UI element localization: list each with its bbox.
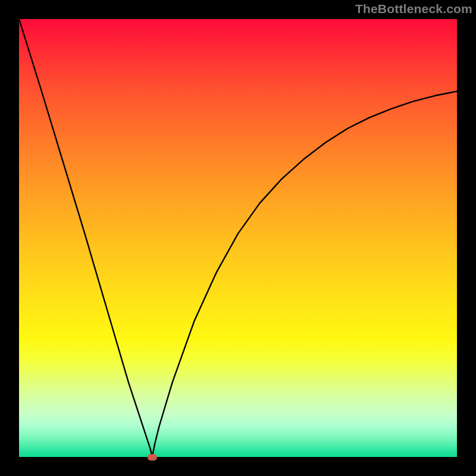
curve-path [19,19,457,457]
minimum-marker [148,454,157,461]
chart-frame: TheBottleneck.com [0,0,476,476]
bottleneck-curve [19,19,457,457]
plot-area [19,19,457,457]
watermark-text: TheBottleneck.com [355,2,472,16]
